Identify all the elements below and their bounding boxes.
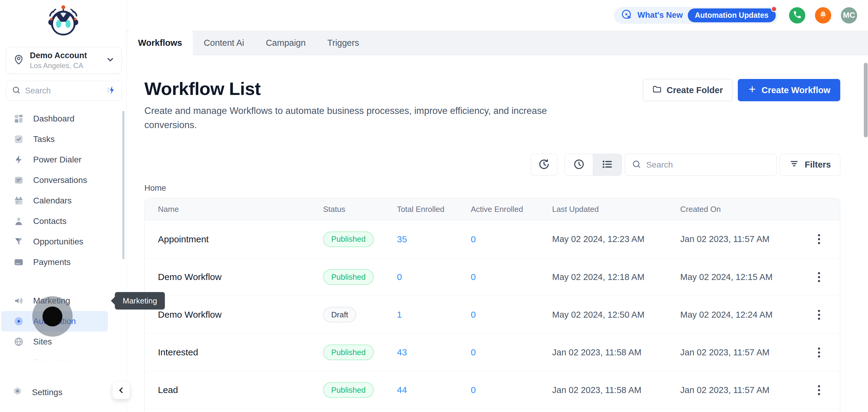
sidebar-collapse-button[interactable]: [113, 382, 130, 399]
total-enrolled-value[interactable]: 0: [387, 272, 461, 282]
create-folder-label: Create Folder: [667, 85, 723, 95]
search-icon: [632, 159, 641, 170]
list-view-toggle[interactable]: [593, 154, 621, 176]
create-folder-button[interactable]: Create Folder: [643, 79, 733, 101]
sidebar-item-label: Conversations: [33, 176, 87, 185]
active-enrolled-value[interactable]: 0: [461, 347, 542, 357]
automation-updates-badge[interactable]: Automation Updates: [688, 8, 776, 22]
column-header-created-on: Created On: [671, 204, 797, 214]
active-enrolled-value[interactable]: 0: [461, 385, 542, 395]
sidebar-search-input[interactable]: [25, 86, 101, 96]
sidebar-item-dashboard[interactable]: Dashboard: [1, 108, 108, 129]
location-pin-icon: [13, 54, 24, 67]
sidebar-item-sites[interactable]: Sites: [1, 331, 108, 352]
filters-button[interactable]: Filters: [780, 154, 840, 176]
table-row: AppointmentPublished350May 02 2024, 12:2…: [145, 220, 840, 258]
last-updated-value: Jan 02 2023, 11:58 AM: [542, 385, 671, 395]
active-enrolled-value[interactable]: 0: [461, 234, 542, 245]
sidebar-item-reputation[interactable]: Reputation: [1, 352, 108, 367]
workflow-name[interactable]: Lead: [145, 385, 313, 395]
sidebar-item-settings[interactable]: Settings: [0, 382, 122, 403]
power-dialer-icon: [13, 154, 24, 165]
conversations-icon: [13, 175, 24, 186]
sidebar-item-label: Dashboard: [33, 114, 74, 124]
status-badge: Published: [323, 345, 374, 360]
payments-icon: [13, 257, 24, 267]
status-badge: Published: [323, 269, 374, 285]
page-description: Create and manage Workflows to automate …: [144, 104, 566, 132]
status-badge: Published: [323, 231, 374, 247]
account-name: Demo Account: [30, 51, 100, 60]
calendars-icon: [13, 195, 24, 206]
account-info: Demo Account Los Angeles, CA: [30, 51, 100, 70]
notifications-button[interactable]: [815, 7, 831, 24]
enrollment-history-button[interactable]: [531, 154, 557, 176]
row-menu-button[interactable]: [815, 307, 823, 323]
sidebar-item-payments[interactable]: Payments: [1, 252, 108, 273]
table-search-input[interactable]: [646, 160, 770, 170]
column-header-active-enrolled: Active Enrolled: [461, 204, 542, 214]
sidebar: Demo Account Los Angeles, CA: [0, 0, 127, 412]
sidebar-item-calendars[interactable]: Calendars: [1, 190, 108, 211]
plus-icon: [748, 85, 757, 96]
sidebar-item-conversations[interactable]: Conversations: [1, 170, 108, 190]
clock-icon: [573, 158, 585, 171]
sidebar-item-label: Reputation: [33, 357, 74, 367]
total-enrolled-value[interactable]: 44: [387, 385, 461, 395]
tab-campaign[interactable]: Campaign: [255, 30, 316, 56]
row-menu-button[interactable]: [815, 382, 823, 398]
sidebar-item-opportunities[interactable]: Opportunities: [1, 231, 108, 252]
sidebar-search: [6, 81, 122, 101]
phone-button[interactable]: [789, 7, 805, 24]
table-header-row: NameStatusTotal EnrolledActive EnrolledL…: [145, 198, 840, 220]
sites-icon: [13, 336, 24, 347]
workflow-name[interactable]: Demo Workflow: [145, 310, 313, 320]
account-location: Los Angeles, CA: [30, 62, 100, 70]
tab-content-ai[interactable]: Content Ai: [193, 30, 255, 56]
status-badge: Draft: [323, 307, 356, 322]
tab-workflows[interactable]: Workflows: [127, 30, 193, 56]
total-enrolled-value[interactable]: 1: [387, 310, 461, 320]
row-menu-button[interactable]: [815, 269, 823, 285]
time-view-toggle[interactable]: [565, 154, 593, 176]
workflow-name[interactable]: Interested: [145, 347, 313, 357]
workflow-table: NameStatusTotal EnrolledActive EnrolledL…: [144, 198, 840, 412]
create-workflow-button[interactable]: Create Workflow: [738, 79, 840, 101]
gear-icon: [12, 386, 23, 399]
page-scrollbar[interactable]: [864, 63, 868, 137]
breadcrumb[interactable]: Home: [144, 184, 166, 193]
ai-bolt-icon[interactable]: [105, 85, 116, 97]
main-content: Workflow List Create and manage Workflow…: [127, 56, 868, 412]
tab-triggers[interactable]: Triggers: [316, 30, 370, 56]
sidebar-item-automation[interactable]: Automation: [1, 311, 108, 331]
workflow-name[interactable]: Appointment: [145, 234, 313, 245]
avatar[interactable]: MC: [841, 7, 857, 24]
automation-updates-label: Automation Updates: [695, 11, 769, 20]
chevron-down-icon: [106, 55, 115, 65]
row-menu-button[interactable]: [815, 231, 823, 247]
sidebar-item-power-dialer[interactable]: Power Dialer: [1, 150, 108, 170]
sidebar-item-marketing[interactable]: Marketing: [1, 290, 108, 311]
account-switcher[interactable]: Demo Account Los Angeles, CA: [6, 47, 122, 73]
active-enrolled-value[interactable]: 0: [461, 310, 542, 320]
active-enrolled-value[interactable]: 0: [461, 272, 542, 282]
header-actions: Create Folder Create Workflow: [643, 78, 840, 101]
sidebar-item-contacts[interactable]: Contacts: [1, 211, 108, 231]
filters-label: Filters: [805, 160, 831, 170]
avatar-initials: MC: [843, 10, 855, 20]
sidebar-scrollbar[interactable]: [122, 111, 124, 259]
last-updated-value: May 02 2024, 12:23 AM: [542, 234, 671, 244]
sidebar-nav: DashboardTasksPower DialerConversationsC…: [0, 108, 122, 367]
table-row-partial: Draft: [145, 409, 840, 412]
total-enrolled-value[interactable]: 43: [387, 347, 461, 357]
sidebar-item-tasks[interactable]: Tasks: [1, 129, 108, 150]
row-menu-button[interactable]: [815, 345, 823, 360]
column-header-last-updated: Last Updated: [542, 204, 671, 214]
workflow-name[interactable]: Demo Workflow: [145, 272, 313, 282]
created-on-value: Jan 02 2023, 11:57 AM: [671, 385, 797, 395]
created-on-value: Jan 02 2023, 11:57 AM: [671, 234, 797, 244]
total-enrolled-value[interactable]: 35: [387, 234, 461, 245]
column-header-name: Name: [145, 204, 313, 214]
status-cell: Published: [313, 269, 387, 285]
whats-new-button[interactable]: What's New Automation Updates: [614, 7, 778, 24]
